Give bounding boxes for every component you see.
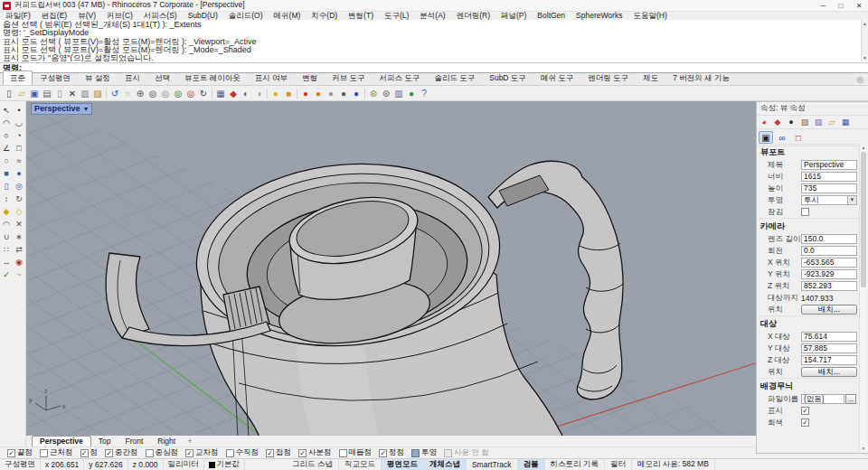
array-icon[interactable]: ∷ [1, 243, 13, 255]
flow-icon[interactable]: ~ [14, 268, 25, 280]
layer-icon[interactable]: ◆ [772, 117, 783, 127]
ghosted-mode-icon[interactable]: ● [325, 87, 337, 99]
menu-item-11[interactable]: 분석(A) [414, 12, 450, 20]
menu-item-6[interactable]: 솔리드(O) [223, 12, 269, 20]
toolbar-tab-7 버전의 새 기능[interactable]: 7 버전의 새 기능 [665, 70, 737, 85]
toolbar-tab-표시 여부[interactable]: 표시 여부 [248, 70, 295, 85]
menu-item-15[interactable]: SphereWorks [571, 12, 627, 20]
toolbar-tab-구성평면[interactable]: 구성평면 [33, 70, 78, 85]
rectangle-icon[interactable]: □ [14, 142, 25, 154]
value-checkbox-표시[interactable]: ✓ [801, 407, 809, 415]
zoom-selected-icon[interactable]: ◎ [184, 87, 197, 99]
panels-icon[interactable]: ▥ [392, 87, 405, 99]
osnap-item-중심점[interactable]: 중심점 [146, 447, 179, 458]
place-button[interactable]: 배치... [801, 367, 857, 377]
toolbar-tab-서피스 도구[interactable]: 서피스 도구 [373, 70, 428, 85]
viewport-tab-Right[interactable]: Right [150, 437, 183, 446]
status-cell-2[interactable]: y 627.626 [84, 459, 127, 470]
toolbar-tab-뷰포트 레이아웃[interactable]: 뷰포트 레이아웃 [177, 70, 248, 85]
fillet-icon[interactable]: ◠ [1, 218, 13, 230]
status-cell-1[interactable]: x 206.651 [41, 459, 84, 470]
status-pane-검볼[interactable]: 검볼 [518, 459, 545, 470]
value-input-너비[interactable]: 1615 [801, 172, 857, 182]
osnap-checkbox-교차점[interactable]: ✓ [185, 449, 193, 457]
gumball-toggle-icon[interactable]: ◉ [14, 256, 25, 268]
mirror-icon[interactable]: ⇄ [14, 243, 25, 255]
osnap-checkbox-정점[interactable]: ✓ [379, 449, 387, 457]
select-icon[interactable]: ↖ [1, 104, 13, 116]
value-checkbox-잠김[interactable] [801, 208, 809, 216]
web-icon[interactable]: ● [405, 87, 418, 99]
status-cell-3[interactable]: z 0.000 [128, 459, 164, 470]
menu-item-12[interactable]: 렌더링(R) [451, 12, 495, 20]
value-input-Z 대상[interactable]: 154.717 [801, 355, 857, 365]
status-cell-5[interactable]: 기본값 [204, 459, 246, 470]
osnap-checkbox-끝점[interactable]: ✓ [7, 449, 15, 457]
hide-icon[interactable]: ◑ [252, 87, 265, 99]
place-button[interactable]: 배치... [801, 305, 857, 315]
polyline-icon[interactable]: ∠ [1, 142, 13, 154]
print-icon[interactable]: ▤ [41, 87, 53, 99]
extrude-icon[interactable]: ↕ [1, 193, 13, 204]
menu-item-4[interactable]: 서피스(S) [138, 12, 183, 20]
viewport-tab-Perspective[interactable]: Perspective [32, 436, 91, 446]
osnap-item-교차점[interactable]: ✓교차점 [185, 447, 219, 458]
properties-icon[interactable]: ◕ [759, 117, 769, 127]
osnap-item-접점[interactable]: ✓접점 [266, 447, 291, 458]
viewport-canvas[interactable]: Perspective▼ xyz [26, 101, 756, 436]
menu-item-2[interactable]: 뷰(V) [72, 12, 101, 20]
toolbar-tab-렌더링 도구[interactable]: 렌더링 도구 [580, 70, 636, 85]
menu-item-14[interactable]: BoltGen [532, 12, 571, 20]
curve-icon[interactable]: ◠ [1, 117, 13, 128]
osnap-checkbox-사분점[interactable]: ✓ [298, 449, 307, 457]
copy-icon[interactable]: ▥ [79, 87, 91, 99]
xray-mode-icon[interactable]: ● [337, 87, 350, 99]
viewport-tab-Top[interactable]: Top [91, 437, 118, 446]
value-input-높이[interactable]: 735 [801, 183, 857, 193]
menu-item-7[interactable]: 메쉬(M) [269, 12, 307, 20]
value-input-렌즈 길이[interactable]: 150.0 [801, 234, 857, 244]
zoom-extents-icon[interactable]: ◎ [172, 87, 184, 99]
curve-edit-icon[interactable]: ◡ [14, 117, 25, 128]
boolean-diff-icon[interactable]: ◇ [14, 205, 25, 217]
value-input-제목[interactable]: Perspective [801, 160, 857, 170]
toolbar-tab-커브 도구[interactable]: 커브 도구 [325, 70, 372, 85]
value-input-Y 대상[interactable]: 57.885 [801, 343, 857, 353]
tab-options-gear-icon[interactable]: ◎ [856, 74, 863, 85]
browse-button[interactable]: ... [845, 394, 856, 404]
osnap-item-매듭점[interactable]: 매듭점 [339, 447, 373, 458]
open-file-icon[interactable]: ▱ [15, 87, 28, 99]
link-icon[interactable]: ∞ [775, 131, 789, 144]
value-select-투영[interactable]: 투시▼ [801, 195, 857, 205]
menu-item-5[interactable]: SubD(U) [183, 12, 223, 20]
toolbar-tab-SubD 도구[interactable]: SubD 도구 [482, 70, 533, 85]
value-input-Z 위치[interactable]: 852.293 [801, 281, 857, 291]
trim-icon[interactable]: ✕ [14, 218, 25, 230]
status-pane-평면모드[interactable]: 평면모드 [382, 459, 424, 470]
rendered-mode-icon[interactable]: ● [312, 87, 325, 99]
viewport-title-menu[interactable]: Perspective▼ [31, 103, 92, 115]
menu-item-1[interactable]: 편집(E) [36, 12, 72, 20]
move-icon[interactable]: ⊕ [134, 87, 146, 99]
cplane-icon[interactable]: ◆ [227, 87, 240, 99]
status-cell-4[interactable]: 밀리미터 [164, 459, 204, 470]
lock-icon[interactable]: ■ [282, 87, 295, 99]
viewport-properties-icon[interactable]: ▣ [759, 131, 773, 144]
add-viewport-icon[interactable]: + [183, 437, 196, 446]
osnap-checkbox-중간점[interactable]: ✓ [105, 449, 113, 457]
osnap-checkbox-점[interactable]: ✓ [80, 449, 89, 457]
shaded-mode-icon[interactable]: ● [299, 87, 312, 99]
toolbar-tab-제도[interactable]: 제도 [636, 70, 665, 85]
status-pane-메모리 사용: 582 MB[interactable]: 메모리 사용: 582 MB [632, 459, 715, 470]
gumball-icon[interactable]: ⊛ [367, 87, 380, 99]
osnap-item-사분점[interactable]: ✓사분점 [298, 447, 332, 458]
sphere-icon[interactable]: ● [14, 167, 25, 179]
status-cell-0[interactable]: 구성평면 [0, 459, 41, 470]
export-icon[interactable]: ▯ [53, 87, 66, 99]
options-icon[interactable]: ⊛ [380, 87, 392, 99]
check-icon[interactable]: ✓ [1, 268, 13, 280]
menu-item-9[interactable]: 변형(T) [343, 12, 379, 20]
toolbar-tab-변형[interactable]: 변형 [295, 70, 325, 85]
circle-icon[interactable]: ○ [1, 129, 13, 141]
value-input-회전[interactable]: 0.0 [801, 246, 857, 256]
